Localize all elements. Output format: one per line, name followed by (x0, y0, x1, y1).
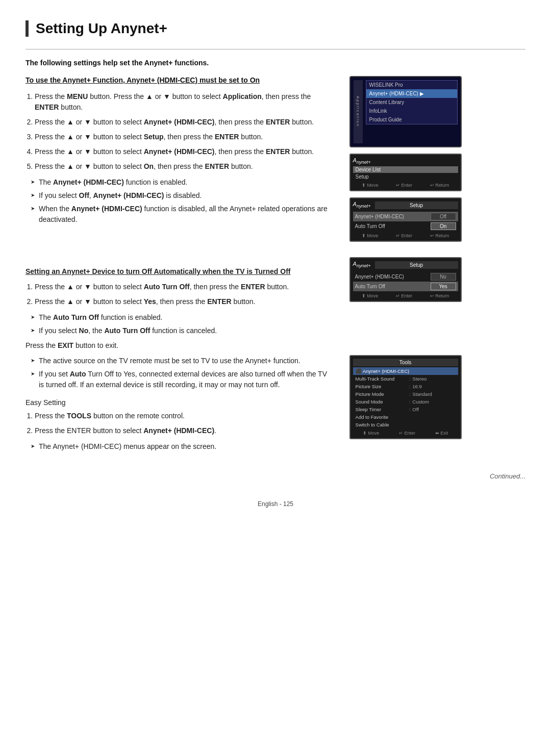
app-menu-product: Product Guide (366, 115, 457, 124)
note-3: When the Anynet+ (HDMI-CEC) function is … (31, 204, 334, 225)
easy-step-1: Press the TOOLS button on the remote con… (35, 411, 334, 421)
nav-exit: ⬅ Exit (435, 431, 448, 436)
tools-picturemode: Picture Mode : Standard (353, 390, 458, 398)
anynet-autoturn-row: Auto Turn Off On (353, 221, 458, 231)
easy-setting-steps: Press the TOOLS button on the remote con… (26, 411, 334, 436)
setup-footer-1: ⬆ Move ↵ Enter ↩ Return (353, 233, 458, 238)
nav-return-3: ↩ Return (430, 293, 449, 298)
setup2-autoturn-row: Auto Turn Off Yes (353, 282, 458, 291)
anynet-logo: Anynet+ (353, 157, 458, 165)
section2-title: Setting an Anynet+ Device to turn Off Au… (26, 267, 334, 275)
setup-title-1: Setup (375, 201, 458, 209)
tools-picturesize: Picture Size : 16:9 (353, 383, 458, 390)
app-content: WISELINK Pro Anynet+ (HDMI-CEC) ▶ Conten… (366, 80, 458, 143)
step-s2: Press the ▲ or ▼ button to select Yes, t… (35, 296, 334, 307)
section1-container: To use the Anynet+ Function, Anynet+ (HD… (26, 76, 525, 242)
app-menu-content: Content Library (366, 98, 457, 107)
step-1: Press the MENU button. Press the ▲ or ▼ … (35, 91, 334, 113)
app-menu-anynet: Anynet+ (HDMI-CEC) ▶ (366, 89, 457, 98)
page-title: Setting Up Anynet+ (36, 20, 525, 37)
easy-setting-label: Easy Setting (26, 398, 334, 407)
easy-note-1: The Anynet+ (HDMI-CEC) menus appear on t… (31, 441, 334, 452)
easy-notes: The Anynet+ (HDMI-CEC) menus appear on t… (26, 441, 334, 452)
section1-title: To use the Anynet+ Function, Anynet+ (HD… (26, 76, 334, 84)
tools-sleeptimer: Sleep Timer : Off (353, 406, 458, 413)
exit-note: Press the EXIT button to exit. (26, 341, 334, 349)
tools-addfav: Add to Favorite (353, 413, 458, 421)
section2-steps: Press the ▲ or ▼ button to select Auto T… (26, 282, 334, 307)
nav-move: ⬆ Move (362, 183, 379, 188)
footer-text: English - 125 (258, 500, 293, 508)
tools-multitrack: Multi-Track Sound : Stereo (353, 375, 458, 383)
section2-container: Setting an Anynet+ Device to turn Off Au… (26, 257, 525, 457)
continued-text: Continued... (26, 472, 525, 480)
step-2: Press the ▲ or ▼ button to select Anynet… (35, 117, 334, 128)
anynet-menu-screen: Anynet+ Device LIst Setup ⬆ Move ↵ Enter… (349, 154, 462, 191)
step-4: Press the ▲ or ▼ button to select Anynet… (35, 146, 334, 157)
page-title-bar: Setting Up Anynet+ (26, 20, 525, 37)
title-divider (26, 49, 525, 49)
setup-item: Setup (353, 173, 458, 181)
setup-title-2: Setup (375, 261, 458, 269)
step-s1: Press the ▲ or ▼ button to select Auto T… (35, 282, 334, 292)
setup-logo-2: Anynet+ (353, 261, 371, 268)
tools-anynet-row: ⬛ Anynet+ (HDMI-CEC) (353, 367, 458, 375)
setup-footer-2: ⬆ Move ↵ Enter ↩ Return (353, 293, 458, 298)
nav-move-3: ⬆ Move (362, 293, 379, 298)
tools-title: Tools (353, 359, 458, 366)
device-list-item: Device LIst (353, 166, 458, 173)
app-menu-wiselink: WISELINK Pro (366, 81, 457, 89)
spacer (349, 308, 525, 349)
step-3: Press the ▲ or ▼ button to select Setup,… (35, 132, 334, 142)
app-sidebar-label: Application (354, 80, 363, 143)
setup2-hdmicec-row: Anynet+ (HDMI-CEC) No (353, 272, 458, 282)
extra-note-1: The active source on the TV remote must … (31, 356, 334, 366)
note-s1: The Auto Turn Off function is enabled. (31, 312, 334, 323)
note-1: The Anynet+ (HDMI-CEC) function is enabl… (31, 177, 334, 188)
setup-screen-2: Anynet+ Setup Anynet+ (HDMI-CEC) No Auto… (349, 257, 462, 301)
section-intro: The following settings help set the Anyn… (26, 59, 525, 67)
section2-right: Anynet+ Setup Anynet+ (HDMI-CEC) No Auto… (349, 257, 525, 457)
extra-notes: The active source on the TV remote must … (26, 356, 334, 390)
nav-enter-3: ↵ Enter (396, 293, 412, 298)
nav-move-4: ⬆ Move (363, 431, 380, 436)
step-5: Press the ▲ or ▼ button to select On, th… (35, 161, 334, 172)
app-menu-infolink: InfoLink (366, 107, 457, 115)
section1-notes: The Anynet+ (HDMI-CEC) function is enabl… (26, 177, 334, 225)
app-menu-screen: Application WISELINK Pro Anynet+ (HDMI-C… (349, 76, 462, 147)
nav-return-2: ↩ Return (430, 233, 449, 238)
note-s2: If you select No, the Auto Turn Off func… (31, 325, 334, 336)
section2-notes: The Auto Turn Off function is enabled. I… (26, 312, 334, 336)
nav-enter-4: ↵ Enter (399, 431, 415, 436)
anynet-hdmicec-row: Anynet+ (HDMI-CEC) Off (353, 212, 458, 221)
setup-screen-1: Anynet+ Setup Anynet+ (HDMI-CEC) Off Aut… (349, 197, 462, 242)
section1-steps: Press the MENU button. Press the ▲ or ▼ … (26, 91, 334, 172)
extra-note-2: If you set Auto Turn Off to Yes, connect… (31, 369, 334, 390)
section2-left: Setting an Anynet+ Device to turn Off Au… (26, 257, 334, 457)
nav-enter-2: ↵ Enter (396, 233, 412, 238)
tools-switch: Switch to Cable (353, 421, 458, 429)
note-2: If you select Off, Anynet+ (HDMI-CEC) is… (31, 190, 334, 201)
section1-left: To use the Anynet+ Function, Anynet+ (HD… (26, 76, 334, 242)
easy-step-2: Press the ENTER button to select Anynet+… (35, 425, 334, 436)
nav-return: ↩ Return (430, 183, 449, 188)
nav-move-2: ⬆ Move (362, 233, 379, 238)
bottom-bar: English - 125 (26, 500, 525, 508)
tools-soundmode: Sound Mode : Custom (353, 398, 458, 406)
section1-right: Application WISELINK Pro Anynet+ (HDMI-C… (349, 76, 525, 242)
tools-screen: Tools ⬛ Anynet+ (HDMI-CEC) Multi-Track S… (349, 355, 462, 439)
setup-logo-1: Anynet+ (353, 201, 371, 209)
anynet-footer: ⬆ Move ↵ Enter ↩ Return (353, 183, 458, 188)
tools-footer: ⬆ Move ↵ Enter ⬅ Exit (353, 431, 458, 436)
nav-enter: ↵ Enter (396, 183, 412, 188)
app-menu: WISELINK Pro Anynet+ (HDMI-CEC) ▶ Conten… (366, 80, 458, 124)
